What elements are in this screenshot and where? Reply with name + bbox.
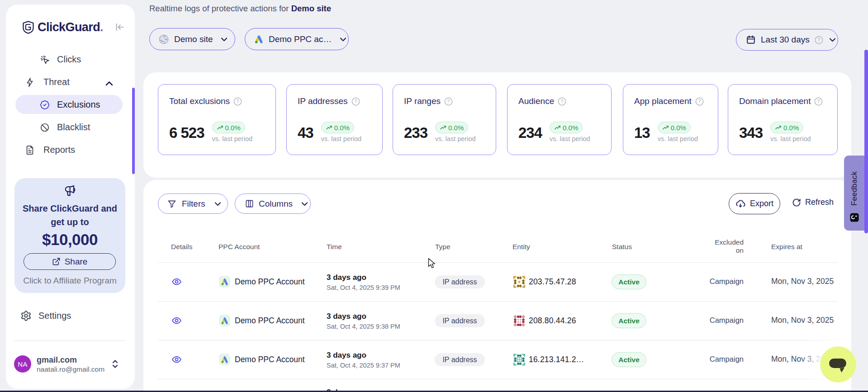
svg-text:?: ? [237,99,239,104]
svg-text:?: ? [817,38,820,43]
svg-text:?: ? [447,99,450,104]
svg-text:?: ? [561,99,564,104]
svg-text:?: ? [817,99,820,104]
svg-text:?: ? [698,99,701,104]
svg-text:?: ? [354,99,357,104]
